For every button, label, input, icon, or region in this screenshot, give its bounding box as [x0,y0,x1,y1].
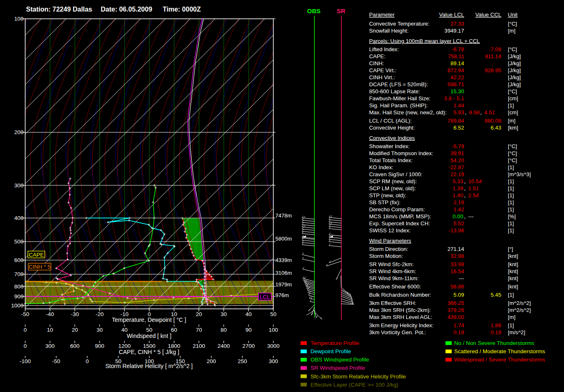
svg-text:2400: 2400 [218,343,230,349]
svg-text:[1]: [1] [508,192,514,198]
svg-text:1.51: 1.51 [468,185,479,191]
svg-text:Fawbush-Miller Hail Size:: Fawbush-Miller Hail Size: [369,95,431,102]
svg-text:[°C]: [°C] [508,46,517,52]
svg-text:200: 200 [14,129,24,135]
svg-text:10: 10 [47,327,53,333]
svg-text:-40: -40 [46,311,54,317]
svg-text:[°C]: [°C] [508,21,517,27]
svg-text:,: , [480,109,482,116]
svg-text:30: 30 [220,311,227,317]
svg-text:[°C]: [°C] [508,157,517,163]
svg-text:27.33: 27.33 [450,21,464,27]
svg-text:Parameter: Parameter [369,12,395,18]
svg-text:,: , [464,185,466,191]
svg-text:OBS Windspeed Profile: OBS Windspeed Profile [310,357,369,363]
svg-text:CINH * 5: CINH * 5 [28,264,50,270]
svg-text:Derecho Comp Param:: Derecho Comp Param: [369,206,425,213]
svg-text:5.09: 5.09 [453,292,464,298]
svg-text:[J/kg]: [J/kg] [508,53,521,59]
svg-text:[m^3/s^3]: [m^3/s^3] [508,171,531,177]
svg-text:379.26: 379.26 [448,307,464,313]
svg-text:2700: 2700 [242,343,255,349]
svg-text:3km Effective SRH:: 3km Effective SRH: [369,300,416,306]
svg-text:54.20: 54.20 [450,157,464,163]
svg-text:6.43: 6.43 [491,125,501,131]
svg-text:[%]: [%] [508,213,516,220]
svg-text:1.74: 1.74 [453,322,464,328]
svg-text:300: 300 [14,182,24,189]
svg-text:4339m: 4339m [275,257,292,263]
svg-text:Temperature Profile: Temperature Profile [310,340,359,346]
svg-text:KO Index:: KO Index: [369,164,393,170]
svg-text:SR Wind Sfc-2km:: SR Wind Sfc-2km: [369,261,414,267]
svg-text:[knt]: [knt] [508,275,518,281]
svg-text:Storm Motion:: Storm Motion: [369,253,403,259]
svg-text:Unit: Unit [508,12,518,18]
svg-text:---: --- [459,275,464,281]
svg-text:Max 3km SRH Level AGL:: Max 3km SRH Level AGL: [369,314,432,320]
svg-text:[1]: [1] [508,220,514,227]
svg-text:SR Windspeed Profile: SR Windspeed Profile [310,365,365,371]
svg-text:,: , [464,213,466,220]
svg-text:[knt]: [knt] [508,261,518,267]
svg-text:STP (new, old):: STP (new, old): [369,192,406,198]
svg-text:,: , [464,178,466,184]
svg-text:250: 250 [238,358,247,364]
svg-text:3000: 3000 [267,343,280,349]
svg-text:Lifted Index:: Lifted Index: [369,46,399,52]
svg-text:[1]: [1] [508,199,514,205]
svg-text:,: , [464,192,466,198]
svg-text:758.11: 758.11 [448,53,464,59]
svg-text:CAPE:: CAPE: [369,53,386,59]
svg-text:22.19: 22.19 [450,171,464,177]
svg-text:439.00: 439.00 [448,314,464,320]
svg-text:[cm]: [cm] [508,95,518,102]
svg-text:33.98: 33.98 [450,261,464,267]
svg-text:[°]: [°] [508,246,513,252]
svg-text:[°C]: [°C] [508,88,517,94]
svg-text:Convective Height:: Convective Height: [369,125,415,131]
svg-text:16.54: 16.54 [450,268,464,274]
svg-text:,: , [465,109,467,116]
svg-text:3km Energy Helicity Index:: 3km Energy Helicity Index: [369,322,434,328]
svg-text:0.00: 0.00 [453,213,463,220]
svg-text:300: 300 [45,343,55,349]
svg-text:0.19: 0.19 [491,329,501,335]
svg-text:[1]: [1] [508,164,514,170]
svg-text:-6.78: -6.78 [452,46,464,52]
svg-text:Windspeed [ knt ]: Windspeed [ knt ] [127,333,171,339]
svg-text:Storm Direction:: Storm Direction: [369,246,408,252]
svg-text:CAPE Virt.:: CAPE Virt.: [369,67,396,73]
svg-text:30: 30 [97,327,103,333]
svg-text:[m]: [m] [508,118,515,124]
svg-text:100: 100 [14,16,24,22]
svg-text:DCAPE (LFS = 520mB):: DCAPE (LFS = 520mB): [369,81,428,87]
svg-text:Time: 0000Z: Time: 0000Z [163,6,201,13]
svg-text:---: --- [468,213,474,220]
svg-text:40: 40 [121,327,128,333]
svg-text:900: 900 [95,343,104,349]
svg-text:1500: 1500 [143,343,155,349]
svg-text:976m: 976m [275,292,289,298]
svg-text:Snowfall Height:: Snowfall Height: [369,28,408,34]
svg-text:1.40: 1.40 [453,192,463,198]
svg-text:50: 50 [146,327,152,333]
svg-text:20: 20 [196,311,202,317]
svg-text:6.58: 6.58 [469,109,480,116]
svg-text:[J/kg]: [J/kg] [508,74,521,80]
svg-text:3.8 - 5.1: 3.8 - 5.1 [444,95,464,102]
svg-text:CAPE, CINH * 5 [ J/kg ]: CAPE, CINH * 5 [ J/kg ] [119,349,179,355]
svg-text:[J/kg]: [J/kg] [508,81,521,87]
svg-text:Modified Thompson Index:: Modified Thompson Index: [369,150,433,156]
svg-text:600: 600 [70,343,80,349]
svg-text:Exp. Supercell Index CH:: Exp. Supercell Index CH: [369,220,430,227]
svg-text:6.52: 6.52 [453,125,464,131]
svg-text:80: 80 [220,327,227,333]
svg-text:600: 600 [14,257,24,263]
svg-text:200: 200 [207,358,216,364]
svg-text:SCP RM (new, old):: SCP RM (new, old): [369,178,417,184]
svg-text:3949.17: 3949.17 [444,28,464,34]
svg-text:100: 100 [269,327,278,333]
svg-text:CAPE: CAPE [29,252,44,258]
svg-text:700: 700 [14,271,24,277]
